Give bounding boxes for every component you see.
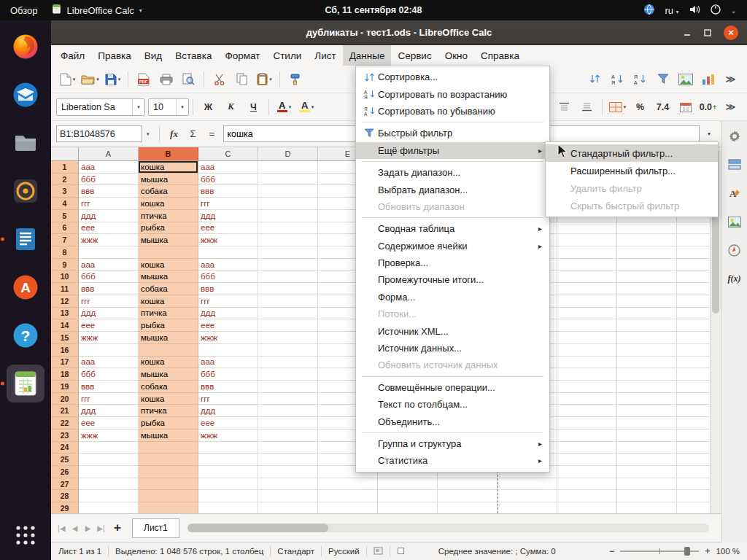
- row-header-7[interactable]: 7: [51, 234, 79, 246]
- cell-B27[interactable]: [139, 478, 198, 491]
- cell-I26[interactable]: [557, 466, 617, 478]
- zoom-in-icon[interactable]: +: [705, 546, 710, 556]
- data-menu-item[interactable]: Статистика▸: [356, 452, 549, 469]
- row-header-1[interactable]: 1: [51, 161, 79, 174]
- italic-button[interactable]: К: [220, 98, 241, 117]
- cell-C25[interactable]: [198, 454, 258, 466]
- data-menu-item[interactable]: Задать диапазон...: [356, 164, 549, 181]
- cell-J14[interactable]: [617, 319, 677, 332]
- cell-I21[interactable]: [557, 405, 617, 417]
- cell-I16[interactable]: [557, 344, 617, 357]
- cell-J16[interactable]: [617, 344, 677, 357]
- cell-A18[interactable]: ббб: [79, 368, 139, 381]
- cell-K28[interactable]: [677, 490, 710, 502]
- zoom-out-icon[interactable]: −: [609, 546, 614, 556]
- cell-I28[interactable]: [557, 490, 617, 502]
- cell-K25[interactable]: [677, 454, 710, 466]
- cut-icon[interactable]: [209, 70, 230, 89]
- cell-J15[interactable]: [617, 332, 677, 344]
- chevron-down-icon[interactable]: ▾: [147, 131, 150, 137]
- cell-A29[interactable]: [79, 502, 139, 513]
- column-header-A[interactable]: A: [79, 147, 139, 161]
- cell-A20[interactable]: ггг: [79, 393, 139, 405]
- cell-A2[interactable]: ббб: [79, 174, 139, 186]
- cell-A27[interactable]: [79, 478, 139, 491]
- app-indicator[interactable]: LibreOffice Calc ▾: [51, 4, 142, 17]
- cell-C14[interactable]: еее: [198, 319, 258, 332]
- cell-A28[interactable]: [79, 490, 139, 502]
- cell-A25[interactable]: [79, 454, 139, 466]
- cell-D6[interactable]: [258, 222, 318, 235]
- cell-I13[interactable]: [557, 308, 617, 320]
- cell-C26[interactable]: [198, 466, 258, 478]
- row-header-6[interactable]: 6: [51, 222, 79, 235]
- row-header-12[interactable]: 12: [51, 295, 79, 308]
- cell-F27[interactable]: [378, 478, 438, 491]
- cell-J23[interactable]: [617, 429, 677, 442]
- row-header-13[interactable]: 13: [51, 308, 79, 320]
- cell-D9[interactable]: [258, 259, 318, 271]
- data-menu-item[interactable]: Текст по столбцам...: [356, 396, 549, 413]
- cell-C7[interactable]: жжж: [198, 234, 258, 246]
- cell-B22[interactable]: рыбка: [139, 417, 198, 429]
- cell-A21[interactable]: ддд: [79, 405, 139, 417]
- cell-J24[interactable]: [617, 442, 677, 454]
- column-header-B[interactable]: B: [139, 147, 198, 161]
- cell-A11[interactable]: ввв: [79, 283, 139, 295]
- cell-I29[interactable]: [557, 502, 617, 513]
- format-percent-button[interactable]: %: [630, 98, 651, 117]
- format-date-button[interactable]: [675, 98, 696, 117]
- cell-E27[interactable]: [318, 478, 378, 491]
- zoom-slider[interactable]: [620, 551, 699, 552]
- activities-button[interactable]: Обзор: [10, 5, 38, 16]
- data-menu-item[interactable]: Группа и структура▸: [356, 435, 549, 452]
- menubar-item[interactable]: Данные: [343, 45, 392, 66]
- cell-I25[interactable]: [557, 454, 617, 466]
- cell-B8[interactable]: [139, 246, 198, 259]
- cell-A4[interactable]: ггг: [79, 198, 139, 210]
- cell-D23[interactable]: [258, 429, 318, 442]
- data-menu-item[interactable]: Форма...: [356, 289, 549, 306]
- menubar-item[interactable]: Вставка: [169, 45, 218, 66]
- chevron-down-icon[interactable]: ▾: [624, 104, 627, 110]
- open-icon[interactable]: ▾: [80, 70, 101, 89]
- cell-I11[interactable]: [557, 283, 617, 295]
- cell-I8[interactable]: [557, 246, 617, 259]
- insert-image-icon[interactable]: [675, 70, 696, 89]
- cell-B6[interactable]: рыбка: [139, 222, 198, 235]
- zoom-level[interactable]: 100 %: [716, 547, 740, 556]
- cell-K14[interactable]: [677, 319, 710, 332]
- cell-I15[interactable]: [557, 332, 617, 344]
- cell-A7[interactable]: жжж: [79, 234, 139, 246]
- row-header-29[interactable]: 29: [51, 502, 79, 513]
- align-bottom-icon[interactable]: [576, 98, 597, 117]
- export-pdf-icon[interactable]: PDF: [133, 70, 154, 89]
- cell-K24[interactable]: [677, 442, 710, 454]
- cell-C21[interactable]: ддд: [198, 405, 258, 417]
- cell-K21[interactable]: [677, 405, 710, 417]
- cell-D25[interactable]: [258, 454, 318, 466]
- filters-submenu-item[interactable]: Расширенный фильтр...: [546, 162, 718, 179]
- cell-B15[interactable]: мышка: [139, 332, 198, 344]
- cell-C4[interactable]: ггг: [198, 198, 258, 210]
- menubar-item[interactable]: Лист: [308, 45, 342, 66]
- cell-B18[interactable]: мышка: [139, 368, 198, 381]
- cell-E29[interactable]: [318, 502, 378, 513]
- cell-D11[interactable]: [258, 283, 318, 295]
- cell-J7[interactable]: [617, 234, 677, 246]
- cell-I20[interactable]: [557, 393, 617, 405]
- cell-F28[interactable]: [378, 490, 438, 502]
- select-all-corner[interactable]: [51, 147, 79, 161]
- cell-C24[interactable]: [198, 442, 258, 454]
- cell-G27[interactable]: [438, 478, 498, 491]
- cell-C12[interactable]: ггг: [198, 295, 258, 308]
- titlebar[interactable]: дубликаты - тест1.ods - LibreOffice Calc…: [51, 20, 747, 45]
- cell-I9[interactable]: [557, 259, 617, 271]
- cell-K27[interactable]: [677, 478, 710, 491]
- cell-I24[interactable]: [557, 442, 617, 454]
- cell-K9[interactable]: [677, 259, 710, 271]
- dock-item-libreoffice-writer[interactable]: [7, 220, 44, 258]
- cell-D1[interactable]: [258, 161, 318, 174]
- network-globe-icon[interactable]: [643, 4, 655, 18]
- cell-J19[interactable]: [617, 381, 677, 393]
